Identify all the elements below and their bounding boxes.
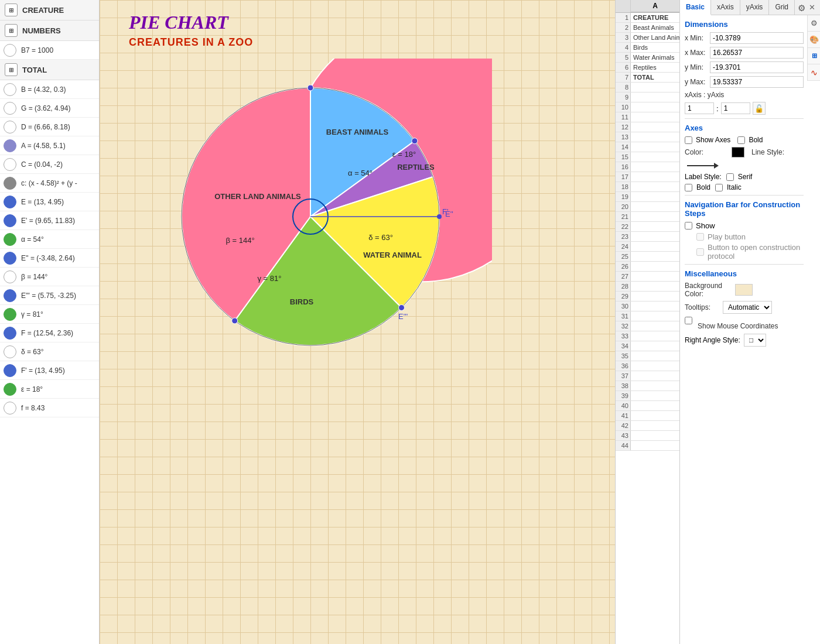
table-cell[interactable] (631, 441, 679, 450)
table-cell[interactable] (631, 391, 679, 400)
table-cell[interactable] (631, 83, 679, 92)
sidebar-D-label: D = (6.66, 8.18) (21, 123, 70, 131)
table-cell[interactable] (631, 232, 679, 241)
tab-xaxis[interactable]: xAxis (711, 0, 740, 15)
sidebar-item-point-D[interactable]: D = (6.66, 8.18) (0, 118, 99, 136)
bold-axes-checkbox[interactable] (737, 136, 745, 144)
table-cell[interactable] (631, 182, 679, 191)
table-cell[interactable] (631, 302, 679, 311)
table-cell[interactable] (631, 282, 679, 291)
table-cell[interactable] (631, 401, 679, 410)
table-cell[interactable] (631, 272, 679, 281)
bold-label-checkbox[interactable] (685, 184, 692, 191)
sidebar-item-alpha[interactable]: α = 54° (0, 230, 99, 249)
table-cell[interactable] (631, 162, 679, 172)
sidebar-item-point-Edp[interactable]: E'' = (-3.48, 2.64) (0, 249, 99, 268)
table-cell[interactable] (631, 351, 679, 361)
table-cell[interactable] (631, 192, 679, 201)
table-cell[interactable] (631, 321, 679, 331)
table-row: 6Reptiles (616, 63, 679, 73)
x-max-input[interactable] (710, 47, 804, 59)
table-cell[interactable] (631, 132, 679, 142)
sidebar-item-circle-c[interactable]: c: (x - 4.58)² + (y - (0, 174, 99, 193)
sidebar-item-delta[interactable]: δ = 63° (0, 342, 99, 361)
protocol-button-checkbox[interactable] (696, 248, 704, 256)
table-cell[interactable]: TOTAL (631, 73, 679, 82)
palette-icon[interactable]: 🎨 (808, 32, 820, 48)
sidebar-item-point-Ep[interactable]: E' = (9.65, 11.83) (0, 211, 99, 230)
table-cell[interactable]: Other Land Anim (631, 33, 679, 42)
color-swatch[interactable] (732, 147, 744, 157)
sidebar-item-beta[interactable]: β = 144° (0, 268, 99, 286)
sidebar-item-point-Fp[interactable]: F' = (13, 4.95) (0, 361, 99, 380)
y-min-input[interactable] (710, 61, 804, 73)
table-cell[interactable]: Birds (631, 43, 679, 52)
table-cell[interactable] (631, 411, 679, 420)
table-cell[interactable] (631, 172, 679, 181)
x-min-input[interactable] (710, 32, 804, 44)
table-cell[interactable] (631, 421, 679, 430)
sidebar-item-point-C[interactable]: C = (0.04, -2) (0, 155, 99, 174)
table-cell[interactable] (631, 262, 679, 271)
table-cell[interactable] (631, 102, 679, 112)
sidebar-item-point-A[interactable]: A = (4.58, 5.1) (0, 136, 99, 155)
sidebar-item-numbers[interactable]: ⊞ NUMBERS (0, 20, 99, 41)
bg-color-swatch[interactable] (735, 284, 753, 296)
sidebar-item-point-G[interactable]: G = (3.62, 4.94) (0, 99, 99, 118)
sidebar-item-point-Etp[interactable]: E''' = (5.75, -3.25) (0, 286, 99, 305)
sidebar-item-b7[interactable]: B7 = 1000 (0, 41, 99, 60)
table-cell[interactable] (631, 431, 679, 440)
table-icon[interactable]: ⊞ (808, 48, 820, 64)
table-cell[interactable] (631, 242, 679, 251)
show-nav-checkbox[interactable] (685, 222, 692, 229)
table-cell[interactable] (631, 212, 679, 221)
table-cell[interactable] (631, 292, 679, 301)
table-cell[interactable] (631, 371, 679, 381)
x-ratio-input[interactable] (685, 102, 714, 114)
lock-ratio-button[interactable]: 🔓 (753, 102, 766, 115)
gear-icon[interactable]: ⚙ (794, 0, 808, 16)
sidebar-item-epsilon[interactable]: ε = 18° (0, 380, 99, 399)
show-mouse-checkbox[interactable] (685, 317, 692, 324)
table-cell[interactable] (631, 122, 679, 132)
tab-basic[interactable]: Basic (680, 0, 711, 15)
sidebar-item-point-E[interactable]: E = (13, 4.95) (0, 193, 99, 211)
tab-yaxis[interactable]: yAxis (740, 0, 770, 15)
sidebar-item-creature[interactable]: ⊞ CREATURE (0, 0, 99, 20)
table-cell[interactable] (631, 381, 679, 390)
tab-grid[interactable]: Grid (769, 0, 795, 15)
serif-checkbox[interactable] (726, 173, 734, 181)
table-cell[interactable] (631, 311, 679, 321)
table-cell[interactable] (631, 93, 679, 102)
settings-icon[interactable]: ⚙ (808, 15, 820, 32)
y-max-input[interactable] (710, 76, 804, 88)
table-cell[interactable] (631, 341, 679, 351)
table-row: 38 (616, 381, 679, 391)
sidebar-item-gamma[interactable]: γ = 81° (0, 305, 99, 324)
play-button-checkbox[interactable] (696, 233, 704, 241)
table-cell[interactable] (631, 222, 679, 231)
table-cell[interactable]: Water Animals (631, 53, 679, 62)
sidebar-item-f[interactable]: f = 8.43 (0, 399, 99, 417)
main-graph-area[interactable]: PIE CHART CREATURES IN A ZOO (100, 0, 615, 644)
y-ratio-input[interactable] (721, 102, 750, 114)
table-cell[interactable]: Reptiles (631, 63, 679, 72)
table-cell[interactable] (631, 152, 679, 162)
italic-checkbox[interactable] (715, 184, 723, 191)
sidebar-item-point-F[interactable]: F = (12.54, 2.36) (0, 324, 99, 342)
table-cell[interactable] (631, 361, 679, 371)
empty-icon-f (4, 402, 16, 415)
table-cell[interactable] (631, 202, 679, 211)
right-angle-select[interactable]: □ (744, 334, 766, 347)
table-cell[interactable] (631, 142, 679, 152)
table-cell[interactable] (631, 331, 679, 341)
table-cell[interactable] (631, 252, 679, 261)
tooltips-select[interactable]: Automatic (723, 301, 772, 314)
show-axes-checkbox[interactable] (685, 136, 692, 144)
table-cell[interactable] (631, 112, 679, 122)
table-cell[interactable]: CREATURE (631, 13, 679, 22)
chart-icon[interactable]: ∿ (808, 64, 820, 81)
sidebar-item-total[interactable]: ⊞ TOTAL (0, 60, 99, 80)
table-cell[interactable]: Beast Animals (631, 23, 679, 32)
sidebar-item-point-B[interactable]: B = (4.32, 0.3) (0, 80, 99, 99)
